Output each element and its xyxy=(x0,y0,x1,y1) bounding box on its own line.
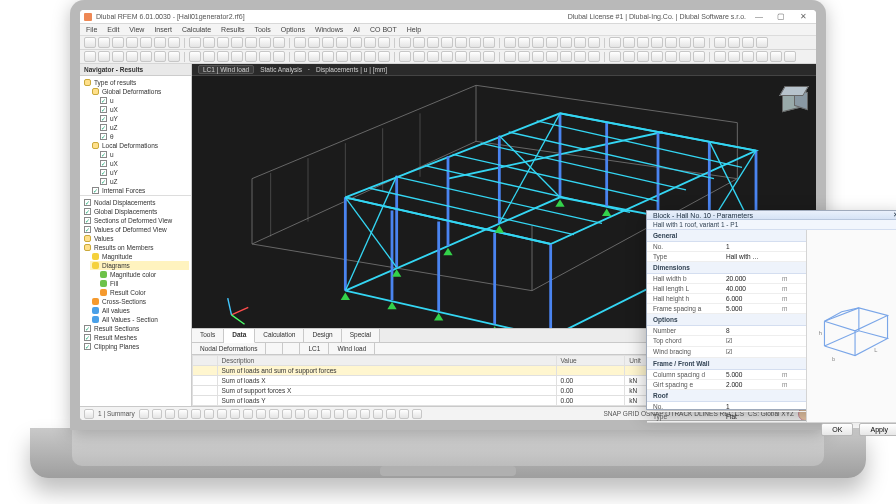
color-swatch-icon[interactable] xyxy=(92,298,99,305)
tree-item[interactable]: Diagrams xyxy=(90,261,189,270)
folder-icon[interactable] xyxy=(92,88,99,95)
checkbox-icon[interactable] xyxy=(100,169,107,176)
toolbar-button[interactable] xyxy=(588,37,600,48)
toolbar-button[interactable] xyxy=(168,51,180,62)
menu-options[interactable]: Options xyxy=(281,26,305,33)
toolbar-button[interactable] xyxy=(756,37,768,48)
color-swatch-icon[interactable] xyxy=(100,271,107,278)
checkbox-icon[interactable] xyxy=(100,106,107,113)
status-toggle[interactable] xyxy=(321,409,331,419)
toolbar-button[interactable] xyxy=(231,37,243,48)
toolbar-button[interactable] xyxy=(126,51,138,62)
toolbar-button[interactable] xyxy=(609,37,621,48)
toolbar-button[interactable] xyxy=(427,37,439,48)
checkbox-icon[interactable] xyxy=(84,199,91,206)
toolbar-button[interactable] xyxy=(84,37,96,48)
toolbar-button[interactable] xyxy=(609,51,621,62)
toolbar-button[interactable] xyxy=(203,37,215,48)
toolbar-button[interactable] xyxy=(245,37,257,48)
checkbox-icon[interactable] xyxy=(84,217,91,224)
status-toggle[interactable] xyxy=(386,409,396,419)
prop-row[interactable]: Hall width b20.000m xyxy=(647,274,806,284)
menu-results[interactable]: Results xyxy=(221,26,244,33)
folder-icon[interactable] xyxy=(92,142,99,149)
toolbar-button[interactable] xyxy=(560,51,572,62)
checkbox-icon[interactable] xyxy=(100,97,107,104)
tree-item[interactable]: Sections of Deformed View xyxy=(82,216,189,225)
toolbar-button[interactable] xyxy=(413,37,425,48)
toolbar-button[interactable] xyxy=(189,51,201,62)
checkbox-icon[interactable] xyxy=(84,334,91,341)
toolbar-button[interactable] xyxy=(245,51,257,62)
color-swatch-icon[interactable] xyxy=(92,307,99,314)
floating-titlebar[interactable]: Block - Hall No. 10 · Parameters ✕ xyxy=(647,211,896,220)
toolbar-button[interactable] xyxy=(637,51,649,62)
toolbar-button[interactable] xyxy=(98,37,110,48)
toolbar-button[interactable] xyxy=(441,37,453,48)
toolbar-button[interactable] xyxy=(140,51,152,62)
toolbar-button[interactable] xyxy=(259,51,271,62)
toolbar-button[interactable] xyxy=(574,37,586,48)
menu-windows[interactable]: Windows xyxy=(315,26,343,33)
status-toggle[interactable] xyxy=(360,409,370,419)
toolbar-button[interactable] xyxy=(84,51,96,62)
status-toggle[interactable] xyxy=(269,409,279,419)
ok-button[interactable]: OK xyxy=(821,423,853,436)
tab-calculation[interactable]: Calculation xyxy=(255,329,304,342)
toolbar-button[interactable] xyxy=(728,37,740,48)
toolbar-button[interactable] xyxy=(112,51,124,62)
menu-co-bot[interactable]: CO BOT xyxy=(370,26,397,33)
prop-row[interactable]: Wind bracing☑ xyxy=(647,347,806,358)
toolbar-button[interactable] xyxy=(154,51,166,62)
toolbar-button[interactable] xyxy=(455,37,467,48)
color-swatch-icon[interactable] xyxy=(92,253,99,260)
color-swatch-icon[interactable] xyxy=(92,262,99,269)
toolbar-button[interactable] xyxy=(350,51,362,62)
menu-file[interactable]: File xyxy=(86,26,97,33)
toolbar-button[interactable] xyxy=(217,51,229,62)
status-toggle[interactable] xyxy=(243,409,253,419)
toolbar-button[interactable] xyxy=(651,51,663,62)
toolbar-button[interactable] xyxy=(378,51,390,62)
toolbar-button[interactable] xyxy=(98,51,110,62)
color-swatch-icon[interactable] xyxy=(100,280,107,287)
status-toggle[interactable] xyxy=(191,409,201,419)
checkbox-icon[interactable] xyxy=(84,343,91,350)
prop-row[interactable]: No.1 xyxy=(647,402,806,412)
maximize-button[interactable]: ▢ xyxy=(772,12,790,21)
toolbar-button[interactable] xyxy=(455,51,467,62)
toolbar-button[interactable] xyxy=(203,51,215,62)
toolbar-button[interactable] xyxy=(532,51,544,62)
tree-item[interactable]: All values xyxy=(90,306,189,315)
checkbox-icon[interactable] xyxy=(100,151,107,158)
toolbar-button[interactable] xyxy=(273,37,285,48)
status-toggle[interactable] xyxy=(412,409,422,419)
checkbox-icon[interactable] xyxy=(100,178,107,185)
toolbar-button[interactable] xyxy=(273,51,285,62)
toolbar-button[interactable] xyxy=(693,51,705,62)
toolbar-button[interactable] xyxy=(483,37,495,48)
tree-item[interactable]: Result Color xyxy=(98,288,189,297)
status-toggle[interactable] xyxy=(347,409,357,419)
toolbar-button[interactable] xyxy=(588,51,600,62)
toolbar-button[interactable] xyxy=(294,37,306,48)
tree-item[interactable]: θ xyxy=(98,132,189,141)
tab-tools[interactable]: Tools xyxy=(192,329,224,342)
toolbar-button[interactable] xyxy=(217,37,229,48)
prop-row[interactable]: TypeFlat xyxy=(647,412,806,422)
tree-item[interactable]: u xyxy=(98,150,189,159)
status-toggle[interactable] xyxy=(178,409,188,419)
prop-row[interactable]: Frame spacing a5.000m xyxy=(647,304,806,314)
toolbar-button[interactable] xyxy=(714,51,726,62)
nav-cube[interactable] xyxy=(776,82,810,116)
menu-calculate[interactable]: Calculate xyxy=(182,26,211,33)
status-toggle[interactable] xyxy=(152,409,162,419)
tree-item[interactable]: uZ xyxy=(98,123,189,132)
close-button[interactable]: ✕ xyxy=(794,12,812,21)
loadcase-tag[interactable]: LC1 | Wind load xyxy=(198,65,254,74)
navigator-tree-bottom[interactable]: Nodal DisplacementsGlobal DisplacementsS… xyxy=(80,196,191,406)
tree-item[interactable]: Type of results xyxy=(82,78,189,87)
tree-item[interactable]: Magnitude color xyxy=(98,270,189,279)
toolbar-button[interactable] xyxy=(693,37,705,48)
tree-item[interactable]: uX xyxy=(98,105,189,114)
